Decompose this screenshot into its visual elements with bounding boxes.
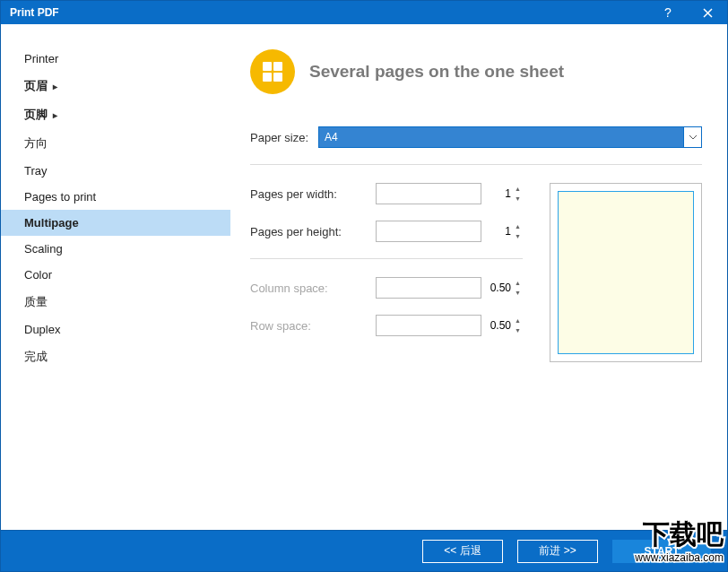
dropdown-icon [683, 127, 701, 147]
forward-button[interactable]: 前进 >> [517, 540, 598, 563]
sidebar-item-color[interactable]: Color [1, 262, 230, 288]
dialog-body: Printer 页眉▸ 页脚▸ 方向 Tray Pages to print M… [1, 24, 727, 530]
help-button[interactable]: ? [648, 1, 688, 24]
paper-size-value: A4 [319, 131, 683, 143]
chevron-right-icon: ▸ [53, 82, 57, 91]
window-title: Print PDF [10, 6, 648, 19]
sidebar-item-multipage[interactable]: Multipage [1, 210, 230, 236]
column-space-spinner[interactable]: ▲▼ [376, 277, 481, 299]
spin-up-icon[interactable]: ▲ [515, 184, 521, 194]
panel-header: Several pages on the one sheet [250, 49, 702, 94]
sidebar-item-header[interactable]: 页眉▸ [1, 72, 230, 100]
row-space-spinner[interactable]: ▲▼ [376, 315, 481, 336]
paper-size-label: Paper size: [250, 131, 318, 144]
pages-per-height-input[interactable] [377, 221, 515, 241]
preview-page [558, 191, 694, 354]
page-preview [550, 183, 702, 362]
back-button[interactable]: << 后退 [422, 540, 503, 563]
sidebar-item-scaling[interactable]: Scaling [1, 236, 230, 262]
pages-per-width-input[interactable] [377, 184, 515, 204]
spin-up-icon[interactable]: ▲ [515, 278, 521, 288]
paper-size-select[interactable]: A4 [318, 126, 702, 148]
spin-down-icon[interactable]: ▼ [515, 325, 521, 335]
spin-up-icon[interactable]: ▲ [515, 221, 521, 231]
spin-down-icon[interactable]: ▼ [515, 231, 521, 241]
pages-per-width-label: Pages per width: [250, 187, 376, 201]
pages-per-height-label: Pages per height: [250, 225, 376, 238]
sidebar-item-orientation[interactable]: 方向 [1, 129, 230, 158]
main-panel: Several pages on the one sheet Paper siz… [230, 24, 727, 530]
divider [250, 164, 702, 165]
spin-up-icon[interactable]: ▲ [515, 316, 521, 325]
multipage-icon [250, 49, 295, 94]
sidebar-item-duplex[interactable]: Duplex [1, 316, 230, 342]
divider [250, 258, 523, 259]
close-button[interactable] [688, 1, 727, 24]
titlebar: Print PDF ? [1, 1, 727, 24]
close-icon [703, 8, 713, 18]
panel-heading: Several pages on the one sheet [309, 62, 564, 82]
sidebar-item-finish[interactable]: 完成 [1, 342, 230, 371]
row-space-label: Row space: [250, 319, 376, 333]
pages-per-height-spinner[interactable]: ▲▼ [376, 221, 481, 242]
start-button[interactable]: START [612, 540, 711, 563]
footer: << 后退 前进 >> START [1, 530, 727, 571]
spin-down-icon[interactable]: ▼ [515, 288, 521, 298]
sidebar-item-pages-to-print[interactable]: Pages to print [1, 184, 230, 210]
sidebar-item-footer[interactable]: 页脚▸ [1, 100, 230, 129]
sidebar-item-printer[interactable]: Printer [1, 46, 230, 72]
sidebar-item-tray[interactable]: Tray [1, 158, 230, 184]
sidebar: Printer 页眉▸ 页脚▸ 方向 Tray Pages to print M… [1, 24, 230, 530]
pages-per-width-spinner[interactable]: ▲▼ [376, 183, 481, 204]
sidebar-item-quality[interactable]: 质量 [1, 288, 230, 316]
spin-down-icon[interactable]: ▼ [515, 194, 521, 204]
row-space-input[interactable] [377, 316, 515, 335]
chevron-right-icon: ▸ [53, 110, 57, 120]
column-space-input[interactable] [377, 278, 515, 298]
column-space-label: Column space: [250, 282, 376, 295]
